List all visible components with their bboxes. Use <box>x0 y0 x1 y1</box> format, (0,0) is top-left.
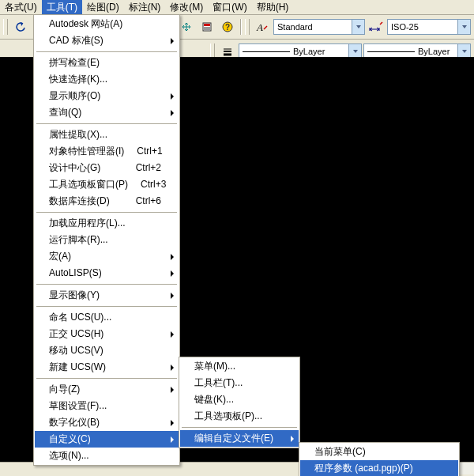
tools-menu-item[interactable]: 工具选项板窗口(P)Ctrl+3 <box>35 176 179 193</box>
menu-dimension[interactable]: 标注(N) <box>124 0 166 15</box>
tools-menu-item[interactable]: 数字化仪(B) <box>35 414 179 431</box>
properties-button[interactable] <box>198 17 216 36</box>
menu-item-label: 查询(Q) <box>49 107 161 119</box>
undo-button[interactable] <box>11 17 30 36</box>
menu-item-label: 命名 UCS(U)... <box>49 312 161 323</box>
menu-item-label: 工具栏(T)... <box>194 377 281 389</box>
menu-item-label: 移动 UCS(V) <box>49 345 161 357</box>
line-sample-icon <box>243 51 290 52</box>
customize-submenu-item[interactable]: 编辑自定义文件(E) <box>180 430 299 447</box>
menu-item-label: 加载应用程序(L)... <box>49 217 161 229</box>
lineweight-value: ByLayer <box>418 47 450 56</box>
customize-submenu-item[interactable]: 工具选项板(P)... <box>180 408 299 425</box>
tools-menu-item[interactable]: 查询(Q) <box>35 104 179 121</box>
linetype-value: ByLayer <box>293 47 325 56</box>
menu-item-label: 设计中心(G) <box>49 162 123 174</box>
menu-separator <box>36 123 177 124</box>
menubar: 各式(U) 工具(T) 绘图(D) 标注(N) 修改(M) 窗口(W) 帮助(H… <box>0 0 474 15</box>
help-button[interactable]: ? <box>218 17 237 36</box>
menu-window[interactable]: 窗口(W) <box>208 0 251 15</box>
svg-text:?: ? <box>225 23 230 32</box>
menu-modify[interactable]: 修改(M) <box>165 0 208 15</box>
menu-item-label: 草图设置(F)... <box>49 400 161 412</box>
customize-submenu-item[interactable]: 菜单(M)... <box>180 358 299 375</box>
tools-menu-item[interactable]: 拼写检查(E) <box>35 55 179 71</box>
text-style-icon: A <box>253 17 272 36</box>
menu-item-accelerator: Ctrl+3 <box>141 179 166 191</box>
edit-custom-submenu-item[interactable]: 程序参数 (acad.pgp)(P) <box>300 460 458 476</box>
tools-menu-item[interactable]: 快速选择(K)... <box>35 71 179 88</box>
edit-custom-submenu-item[interactable]: 当前菜单(C) <box>300 444 458 460</box>
menu-separator <box>36 284 177 285</box>
menu-item-label: 显示图像(Y) <box>49 289 161 301</box>
tools-menu-item[interactable]: 设计中心(G)Ctrl+2 <box>35 160 179 176</box>
menu-separator <box>36 212 177 213</box>
menu-draw[interactable]: 绘图(D) <box>82 0 124 15</box>
dim-style-combo[interactable]: ISO-25 <box>387 19 471 35</box>
tools-menu-item[interactable]: 对象特性管理器(I)Ctrl+1 <box>35 143 179 160</box>
menu-separator <box>36 306 177 307</box>
tools-menu-item[interactable]: 移动 UCS(V) <box>35 342 179 359</box>
tools-menu-item[interactable]: Autodesk 网站(A) <box>35 16 179 32</box>
menu-item-label: 向导(Z) <box>49 383 161 395</box>
tools-menu-item[interactable]: 数据库连接(D)Ctrl+6 <box>35 193 179 210</box>
tools-menu-item[interactable]: CAD 标准(S) <box>35 32 179 49</box>
chevron-down-icon <box>457 20 470 34</box>
text-style-value: Standard <box>277 22 313 32</box>
menu-help[interactable]: 帮助(H) <box>252 0 294 15</box>
menu-item-label: 拼写检查(E) <box>49 57 161 69</box>
menu-item-label: 键盘(K)... <box>194 394 281 406</box>
svg-rect-1 <box>204 24 210 26</box>
menu-item-label: 快速选择(K)... <box>49 74 161 85</box>
tools-menu-item[interactable]: 正交 UCS(H) <box>35 326 179 342</box>
menu-tools[interactable]: 工具(T) <box>42 0 82 15</box>
menu-item-label: CAD 标准(S) <box>49 35 161 47</box>
tools-menu-item[interactable]: 选项(N)... <box>35 448 179 464</box>
menu-item-label: 正交 UCS(H) <box>49 328 161 340</box>
grip-icon <box>3 19 8 35</box>
dim-style-icon <box>367 17 386 36</box>
scroll-track[interactable] <box>460 463 474 474</box>
tools-menu-item[interactable]: 显示顺序(O) <box>35 88 179 104</box>
menu-item-label: 程序参数 (acad.pgp)(P) <box>314 463 441 474</box>
tools-menu-item[interactable]: 新建 UCS(W) <box>35 359 179 376</box>
menu-item-label: 数据库连接(D) <box>49 195 123 207</box>
menu-item-label: 自定义(C) <box>49 433 161 445</box>
menu-item-label: 数字化仪(B) <box>49 417 161 429</box>
menu-separator <box>182 427 297 428</box>
menu-item-accelerator: Ctrl+2 <box>136 162 161 174</box>
tools-menu-item[interactable]: 自定义(C) <box>35 431 179 448</box>
menu-item-label: 对象特性管理器(I) <box>49 145 124 157</box>
tools-menu-item[interactable]: 显示图像(Y) <box>35 287 179 304</box>
customize-submenu-item[interactable]: 工具栏(T)... <box>180 375 299 391</box>
line-sample-icon <box>367 51 415 52</box>
menu-item-accelerator: Ctrl+1 <box>137 145 162 157</box>
grip-icon <box>245 19 250 35</box>
menu-item-label: 新建 UCS(W) <box>49 361 161 373</box>
menu-item-accelerator: Ctrl+6 <box>136 195 161 207</box>
tools-menu-item[interactable]: 草图设置(F)... <box>35 398 179 414</box>
text-style-combo[interactable]: Standard <box>273 19 365 35</box>
menu-separator <box>36 51 177 52</box>
menu-item-label: 显示顺序(O) <box>49 90 161 102</box>
customize-submenu-item[interactable]: 键盘(K)... <box>180 391 299 408</box>
tools-menu-item[interactable]: 向导(Z) <box>35 381 179 398</box>
menu-format[interactable]: 各式(U) <box>0 0 42 15</box>
menu-item-label: 选项(N)... <box>49 450 161 462</box>
menu-separator <box>36 378 177 379</box>
menu-item-label: Autodesk 网站(A) <box>49 18 161 30</box>
menu-item-label: 属性提取(X)... <box>49 129 161 141</box>
menu-item-label: 运行脚本(R)... <box>49 234 161 246</box>
tools-menu-item[interactable]: 运行脚本(R)... <box>35 232 179 248</box>
tools-menu-item[interactable]: 宏(A) <box>35 248 179 265</box>
tools-menu-item[interactable]: AutoLISP(S) <box>35 265 179 281</box>
menu-item-label: AutoLISP(S) <box>49 267 161 279</box>
tools-menu-item[interactable]: 属性提取(X)... <box>35 127 179 143</box>
tools-menu-item[interactable]: 加载应用程序(L)... <box>35 215 179 232</box>
dim-style-value: ISO-25 <box>391 22 419 32</box>
svg-text:A: A <box>256 21 263 32</box>
menu-item-label: 工具选项板窗口(P) <box>49 179 128 191</box>
chevron-down-icon <box>352 20 364 34</box>
menu-item-label: 当前菜单(C) <box>314 446 441 458</box>
tools-menu-item[interactable]: 命名 UCS(U)... <box>35 309 179 326</box>
